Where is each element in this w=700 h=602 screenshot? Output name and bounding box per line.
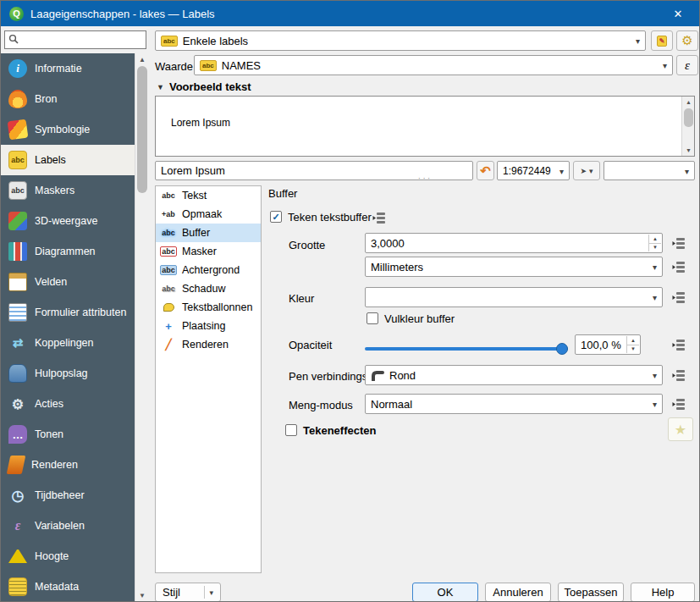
sidebar-item-koppelingen[interactable]: ⇄Koppelingen: [1, 328, 135, 358]
ok-button[interactable]: OK: [412, 583, 478, 602]
close-icon[interactable]: ✕: [665, 1, 691, 26]
3d-view-icon: [8, 212, 27, 230]
attributes-form-icon: [8, 303, 27, 322]
abc-field-icon: abc: [200, 60, 217, 71]
sidebar-item-formulier-attributen[interactable]: Formulier attributen: [1, 297, 135, 328]
info-icon: i: [8, 59, 27, 78]
blend-mode-combo[interactable]: Normaal ▾: [365, 394, 663, 414]
apply-button[interactable]: Toepassen: [558, 583, 624, 602]
buffer-color-picker[interactable]: ▾: [365, 287, 663, 307]
tab-schaduw[interactable]: abcSchaduw: [156, 279, 261, 298]
sidebar-item-maskers[interactable]: abcMaskers: [1, 175, 135, 206]
tab-achtergrond[interactable]: abcAchtergrond: [156, 261, 261, 279]
sidebar-item-variabelen[interactable]: εVariabelen: [1, 511, 135, 541]
scroll-up-icon[interactable]: ▲: [682, 97, 695, 108]
title-bar[interactable]: Q Laageigenschappen - lakes — Labels ✕: [1, 1, 699, 26]
diagrams-icon: [8, 242, 27, 261]
tab-renderen[interactable]: ╱Renderen: [156, 335, 261, 354]
pen-join-style-combo[interactable]: Rond ▾: [365, 365, 663, 385]
customize-effects-button[interactable]: ★: [668, 417, 693, 441]
automated-placement-button[interactable]: ⚙: [676, 30, 698, 51]
slider-track[interactable]: [365, 347, 568, 351]
sidebar-item-tonen[interactable]: …Tonen: [1, 419, 135, 450]
preview-section-header[interactable]: ▼ Voorbeeld tekst: [157, 80, 251, 93]
labeling-rules-button[interactable]: ✎: [651, 30, 673, 51]
symbology-icon: [8, 119, 29, 141]
rendering-tab-icon: ╱: [160, 339, 177, 351]
draw-text-buffer-checkbox[interactable]: ✓: [270, 211, 282, 223]
sidebar-item-bron[interactable]: Bron: [1, 84, 135, 114]
scroll-down-icon[interactable]: ▼: [135, 589, 149, 601]
sidebar-item-hulpopslag[interactable]: Hulpopslag: [1, 358, 135, 389]
slider-handle[interactable]: [556, 343, 568, 355]
buffer-size-spinbox[interactable]: 3,0000 ▲▼: [365, 233, 663, 253]
formatting-tab-icon: +ab: [160, 210, 177, 218]
spinner-arrows[interactable]: ▲▼: [626, 336, 639, 353]
search-icon: [8, 34, 19, 47]
label-mode-combo[interactable]: abc Enkele labels ▾: [155, 30, 646, 51]
draw-effects-label: Tekeneffecten: [303, 424, 376, 437]
opacity-spinbox[interactable]: 100,0 % ▲▼: [575, 334, 641, 355]
sidebar-item-renderen[interactable]: Renderen: [1, 450, 135, 480]
draw-effects-checkbox[interactable]: [285, 424, 297, 436]
sidebar-item-metadata[interactable]: Metadata: [1, 572, 135, 601]
labels-icon: abc: [8, 151, 27, 169]
value-field-combo[interactable]: abc NAMES ▾: [194, 55, 673, 75]
sidebar-item-labels[interactable]: abcLabels: [1, 145, 135, 175]
preview-scrollbar[interactable]: ▲ ▼: [681, 97, 694, 156]
spinner-arrows[interactable]: ▲▼: [648, 235, 661, 251]
sidebar-item-3d-weergave[interactable]: 3D-weergave: [1, 206, 135, 236]
expression-button[interactable]: ε: [676, 55, 698, 75]
properties-sidebar: iInformatie Bron Symbologie abcLabels ab…: [1, 53, 135, 601]
shadow-tab-icon: abc: [160, 284, 177, 293]
opacity-label: Opaciteit: [289, 339, 332, 351]
chevron-down-icon: ▾: [653, 262, 657, 272]
sidebar-scrollbar-thumb[interactable]: [137, 66, 147, 193]
scroll-up-icon[interactable]: ▲: [135, 53, 149, 65]
help-button[interactable]: Help: [631, 583, 695, 602]
source-icon: [8, 90, 27, 108]
data-defined-units-button[interactable]: [668, 256, 690, 278]
data-defined-icon: [672, 368, 686, 382]
color-label: Kleur: [289, 292, 314, 305]
callouts-tab-icon: [160, 303, 177, 312]
style-button[interactable]: Stijl ▾: [155, 583, 221, 602]
tab-tekst[interactable]: abcTekst: [156, 186, 261, 205]
spin-up-icon: ▲: [649, 235, 661, 244]
value-label: Waarde: [155, 60, 193, 73]
tab-plaatsing[interactable]: +Plaatsing: [156, 317, 261, 335]
sidebar-item-tijdbeheer[interactable]: ◷Tijdbeheer: [1, 480, 135, 511]
sidebar-item-informatie[interactable]: iInformatie: [1, 53, 135, 84]
tab-tekstballonnen[interactable]: Tekstballonnen: [156, 298, 261, 317]
search-input[interactable]: [22, 34, 142, 46]
sidebar-scrollbar[interactable]: ▲ ▼: [135, 53, 148, 601]
sidebar-item-symbologie[interactable]: Symbologie: [1, 114, 135, 145]
opacity-slider[interactable]: [365, 343, 568, 355]
sidebar-item-hoogte[interactable]: Hoogte: [1, 541, 135, 572]
button-divider: [204, 586, 205, 599]
collapse-icon: ▼: [157, 83, 164, 91]
size-units-combo[interactable]: Millimeters ▾: [365, 257, 663, 277]
cancel-button[interactable]: Annuleren: [485, 583, 551, 602]
data-defined-opacity-button[interactable]: [668, 334, 690, 356]
sidebar-item-diagrammen[interactable]: Diagrammen: [1, 236, 135, 267]
data-defined-blend-button[interactable]: [668, 393, 690, 415]
data-defined-pen-button[interactable]: [668, 364, 690, 386]
data-defined-size-button[interactable]: [668, 232, 690, 254]
tab-masker[interactable]: abcMasker: [156, 242, 261, 261]
data-defined-icon: [372, 211, 386, 224]
tab-opmaak[interactable]: +abOpmaak: [156, 205, 261, 224]
data-defined-color-button[interactable]: [668, 286, 690, 308]
data-defined-icon: [672, 290, 686, 304]
sidebar-search-box[interactable]: [4, 30, 146, 49]
fill-buffer-checkbox[interactable]: [367, 312, 378, 324]
tab-buffer[interactable]: abcBuffer: [156, 224, 261, 242]
sidebar-item-velden[interactable]: Velden: [1, 267, 135, 297]
chevron-down-icon: ▾: [653, 371, 657, 380]
preview-scrollbar-thumb[interactable]: [684, 108, 693, 127]
sidebar-item-acties[interactable]: ⚙Acties: [1, 389, 135, 419]
data-defined-draw-buffer-button[interactable]: [368, 207, 390, 229]
buffer-panel-title: Buffer: [268, 187, 297, 200]
scroll-down-icon[interactable]: ▼: [682, 145, 695, 156]
splitter-handle[interactable]: ···: [155, 174, 695, 182]
